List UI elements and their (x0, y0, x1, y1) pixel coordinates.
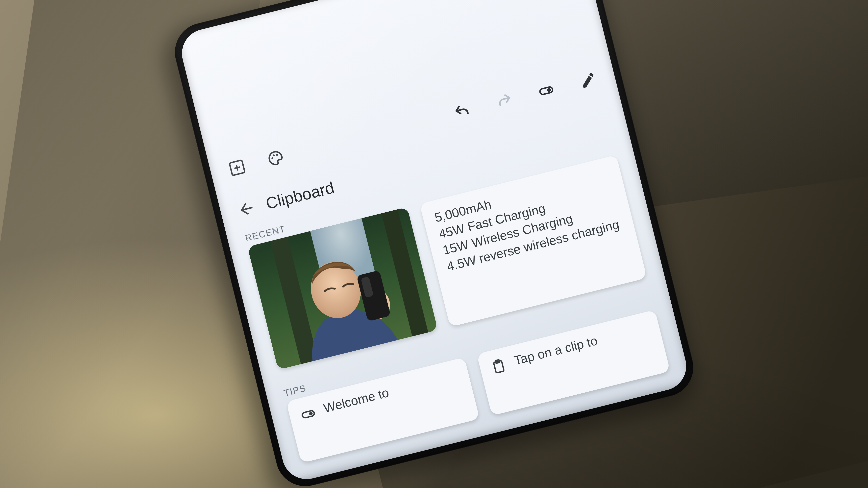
svg-point-7 (273, 154, 275, 156)
back-button[interactable] (236, 198, 258, 220)
clipboard-icon (489, 357, 508, 377)
edit-button[interactable] (576, 68, 600, 92)
recent-clip-text[interactable]: 5,000mAh 45W Fast Charging 15W Wireless … (420, 155, 647, 327)
palette-button[interactable] (264, 146, 287, 170)
undo-icon (452, 101, 473, 122)
svg-point-10 (547, 88, 551, 92)
arrow-back-icon (236, 198, 258, 220)
clipboard-title: Clipboard (264, 178, 336, 213)
redo-button[interactable] (492, 89, 516, 113)
section-label-tips: TIPS (282, 383, 307, 398)
add-box-icon (226, 157, 247, 178)
environment-desk: Clipboard RECENT (0, 0, 868, 488)
svg-rect-19 (302, 410, 315, 418)
add-box-button[interactable] (225, 156, 249, 180)
tip-card-tap-clip[interactable]: Tap on a clip to (476, 310, 670, 416)
svg-rect-9 (539, 86, 553, 95)
svg-point-20 (309, 412, 313, 416)
svg-point-6 (271, 157, 273, 159)
toggle-icon (298, 404, 318, 424)
recent-clip-text-content: 5,000mAh 45W Fast Charging 15W Wireless … (433, 197, 621, 274)
tip-card-welcome[interactable]: Welcome to (286, 357, 479, 463)
toggle-button[interactable] (534, 79, 558, 103)
undo-button[interactable] (450, 100, 474, 124)
toggle-icon (536, 80, 557, 101)
edit-icon (578, 70, 598, 90)
redo-icon (494, 91, 515, 111)
tip-text: Welcome to (322, 385, 390, 416)
svg-line-5 (234, 167, 240, 168)
tip-text: Tap on a clip to (513, 333, 599, 368)
palette-icon (265, 148, 286, 168)
svg-point-8 (276, 154, 278, 156)
